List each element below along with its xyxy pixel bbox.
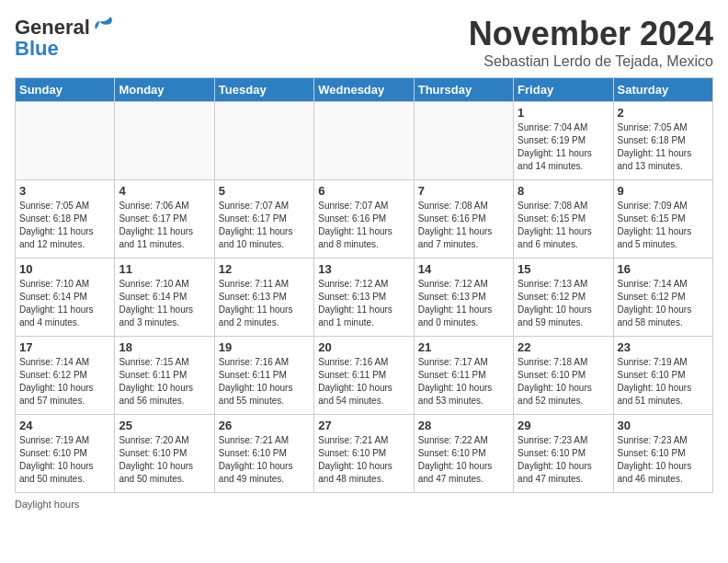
calendar-cell: 5Sunrise: 7:07 AM Sunset: 6:17 PM Daylig… bbox=[214, 180, 313, 259]
day-info: Sunrise: 7:08 AM Sunset: 6:15 PM Dayligh… bbox=[518, 200, 609, 251]
day-number: 9 bbox=[618, 184, 709, 198]
day-number: 5 bbox=[219, 184, 310, 198]
title-block: November 2024 Sebastian Lerdo de Tejada,… bbox=[469, 15, 713, 70]
calendar-cell: 26Sunrise: 7:21 AM Sunset: 6:10 PM Dayli… bbox=[214, 415, 313, 493]
calendar-cell: 19Sunrise: 7:16 AM Sunset: 6:11 PM Dayli… bbox=[214, 337, 313, 415]
calendar-cell: 4Sunrise: 7:06 AM Sunset: 6:17 PM Daylig… bbox=[115, 180, 214, 259]
day-number: 20 bbox=[318, 340, 409, 354]
day-number: 2 bbox=[618, 106, 709, 120]
calendar-cell: 18Sunrise: 7:15 AM Sunset: 6:11 PM Dayli… bbox=[115, 337, 214, 415]
day-number: 19 bbox=[219, 340, 310, 354]
calendar-cell bbox=[314, 102, 414, 180]
week-row-1: 1Sunrise: 7:04 AM Sunset: 6:19 PM Daylig… bbox=[16, 102, 713, 180]
calendar-cell: 8Sunrise: 7:08 AM Sunset: 6:15 PM Daylig… bbox=[514, 180, 613, 259]
calendar-cell: 30Sunrise: 7:23 AM Sunset: 6:10 PM Dayli… bbox=[613, 415, 712, 493]
day-info: Sunrise: 7:14 AM Sunset: 6:12 PM Dayligh… bbox=[19, 356, 110, 408]
day-info: Sunrise: 7:23 AM Sunset: 6:10 PM Dayligh… bbox=[618, 434, 709, 486]
day-number: 12 bbox=[219, 262, 310, 276]
day-info: Sunrise: 7:21 AM Sunset: 6:10 PM Dayligh… bbox=[219, 434, 310, 486]
day-info: Sunrise: 7:15 AM Sunset: 6:11 PM Dayligh… bbox=[119, 356, 210, 408]
calendar-cell: 25Sunrise: 7:20 AM Sunset: 6:10 PM Dayli… bbox=[115, 415, 214, 493]
day-number: 6 bbox=[318, 184, 409, 198]
day-number: 8 bbox=[518, 184, 609, 198]
calendar-cell: 3Sunrise: 7:05 AM Sunset: 6:18 PM Daylig… bbox=[16, 180, 115, 259]
day-number: 22 bbox=[518, 340, 609, 354]
calendar-cell: 10Sunrise: 7:10 AM Sunset: 6:14 PM Dayli… bbox=[16, 259, 115, 337]
day-info: Sunrise: 7:11 AM Sunset: 6:13 PM Dayligh… bbox=[219, 278, 310, 329]
calendar-cell: 12Sunrise: 7:11 AM Sunset: 6:13 PM Dayli… bbox=[214, 259, 313, 337]
calendar-cell: 24Sunrise: 7:19 AM Sunset: 6:10 PM Dayli… bbox=[16, 415, 115, 493]
calendar-header-row: Sunday Monday Tuesday Wednesday Thursday… bbox=[16, 78, 713, 102]
calendar-table: Sunday Monday Tuesday Wednesday Thursday… bbox=[15, 77, 713, 493]
day-number: 3 bbox=[19, 184, 110, 198]
calendar-cell: 27Sunrise: 7:21 AM Sunset: 6:10 PM Dayli… bbox=[314, 415, 414, 493]
daylight-label: Daylight hours bbox=[15, 499, 79, 510]
day-number: 14 bbox=[418, 262, 509, 276]
day-info: Sunrise: 7:18 AM Sunset: 6:10 PM Dayligh… bbox=[518, 356, 609, 408]
day-number: 21 bbox=[418, 340, 509, 354]
calendar-cell: 13Sunrise: 7:12 AM Sunset: 6:13 PM Dayli… bbox=[314, 259, 414, 337]
day-number: 16 bbox=[618, 262, 709, 276]
week-row-2: 3Sunrise: 7:05 AM Sunset: 6:18 PM Daylig… bbox=[16, 180, 713, 259]
calendar-cell: 11Sunrise: 7:10 AM Sunset: 6:14 PM Dayli… bbox=[115, 259, 214, 337]
day-info: Sunrise: 7:16 AM Sunset: 6:11 PM Dayligh… bbox=[318, 356, 409, 408]
day-info: Sunrise: 7:10 AM Sunset: 6:14 PM Dayligh… bbox=[19, 278, 110, 329]
day-number: 30 bbox=[618, 419, 709, 432]
day-info: Sunrise: 7:04 AM Sunset: 6:19 PM Dayligh… bbox=[518, 121, 609, 173]
day-number: 23 bbox=[618, 340, 709, 354]
day-info: Sunrise: 7:06 AM Sunset: 6:17 PM Dayligh… bbox=[119, 200, 210, 251]
day-info: Sunrise: 7:12 AM Sunset: 6:13 PM Dayligh… bbox=[418, 278, 509, 329]
week-row-3: 10Sunrise: 7:10 AM Sunset: 6:14 PM Dayli… bbox=[16, 259, 713, 337]
col-tuesday: Tuesday bbox=[214, 78, 313, 102]
calendar-cell: 2Sunrise: 7:05 AM Sunset: 6:18 PM Daylig… bbox=[613, 102, 712, 180]
day-info: Sunrise: 7:08 AM Sunset: 6:16 PM Dayligh… bbox=[418, 200, 509, 251]
calendar-cell: 14Sunrise: 7:12 AM Sunset: 6:13 PM Dayli… bbox=[414, 259, 513, 337]
day-info: Sunrise: 7:21 AM Sunset: 6:10 PM Dayligh… bbox=[318, 434, 409, 486]
day-number: 4 bbox=[119, 184, 210, 198]
calendar-cell: 29Sunrise: 7:23 AM Sunset: 6:10 PM Dayli… bbox=[514, 415, 613, 493]
day-number: 10 bbox=[19, 262, 110, 276]
day-number: 24 bbox=[19, 419, 110, 432]
day-number: 27 bbox=[318, 419, 409, 432]
day-number: 25 bbox=[119, 419, 210, 432]
day-info: Sunrise: 7:05 AM Sunset: 6:18 PM Dayligh… bbox=[19, 200, 110, 251]
day-info: Sunrise: 7:12 AM Sunset: 6:13 PM Dayligh… bbox=[318, 278, 409, 329]
calendar-cell: 17Sunrise: 7:14 AM Sunset: 6:12 PM Dayli… bbox=[16, 337, 115, 415]
calendar-cell: 15Sunrise: 7:13 AM Sunset: 6:12 PM Dayli… bbox=[514, 259, 613, 337]
calendar-cell bbox=[414, 102, 513, 180]
col-monday: Monday bbox=[115, 78, 214, 102]
day-info: Sunrise: 7:16 AM Sunset: 6:11 PM Dayligh… bbox=[219, 356, 310, 408]
calendar-title: November 2024 bbox=[469, 15, 713, 53]
day-info: Sunrise: 7:09 AM Sunset: 6:15 PM Dayligh… bbox=[618, 200, 709, 251]
day-number: 18 bbox=[119, 340, 210, 354]
calendar-subtitle: Sebastian Lerdo de Tejada, Mexico bbox=[469, 53, 713, 70]
col-thursday: Thursday bbox=[414, 78, 513, 102]
day-number: 13 bbox=[318, 262, 409, 276]
calendar-cell: 21Sunrise: 7:17 AM Sunset: 6:11 PM Dayli… bbox=[414, 337, 513, 415]
week-row-4: 17Sunrise: 7:14 AM Sunset: 6:12 PM Dayli… bbox=[16, 337, 713, 415]
day-info: Sunrise: 7:07 AM Sunset: 6:16 PM Dayligh… bbox=[318, 200, 409, 251]
calendar-cell: 1Sunrise: 7:04 AM Sunset: 6:19 PM Daylig… bbox=[514, 102, 613, 180]
calendar-cell bbox=[16, 102, 115, 180]
day-info: Sunrise: 7:13 AM Sunset: 6:12 PM Dayligh… bbox=[518, 278, 609, 329]
calendar-cell: 7Sunrise: 7:08 AM Sunset: 6:16 PM Daylig… bbox=[414, 180, 513, 259]
calendar-cell: 16Sunrise: 7:14 AM Sunset: 6:12 PM Dayli… bbox=[613, 259, 712, 337]
day-number: 1 bbox=[518, 106, 609, 120]
calendar-cell: 22Sunrise: 7:18 AM Sunset: 6:10 PM Dayli… bbox=[514, 337, 613, 415]
day-info: Sunrise: 7:14 AM Sunset: 6:12 PM Dayligh… bbox=[618, 278, 709, 329]
calendar-cell: 6Sunrise: 7:07 AM Sunset: 6:16 PM Daylig… bbox=[314, 180, 414, 259]
day-info: Sunrise: 7:22 AM Sunset: 6:10 PM Dayligh… bbox=[418, 434, 509, 486]
day-number: 7 bbox=[418, 184, 509, 198]
calendar-cell bbox=[214, 102, 313, 180]
day-info: Sunrise: 7:17 AM Sunset: 6:11 PM Dayligh… bbox=[418, 356, 509, 408]
col-friday: Friday bbox=[514, 78, 613, 102]
calendar-cell: 28Sunrise: 7:22 AM Sunset: 6:10 PM Dayli… bbox=[414, 415, 513, 493]
day-info: Sunrise: 7:10 AM Sunset: 6:14 PM Dayligh… bbox=[119, 278, 210, 329]
day-info: Sunrise: 7:07 AM Sunset: 6:17 PM Dayligh… bbox=[219, 200, 310, 251]
logo-blue-text: Blue bbox=[15, 37, 59, 61]
day-number: 29 bbox=[518, 419, 609, 432]
header: General Blue November 2024 Sebastian Ler… bbox=[15, 15, 713, 70]
day-info: Sunrise: 7:19 AM Sunset: 6:10 PM Dayligh… bbox=[618, 356, 709, 408]
day-info: Sunrise: 7:05 AM Sunset: 6:18 PM Dayligh… bbox=[618, 121, 709, 173]
calendar-cell bbox=[115, 102, 214, 180]
